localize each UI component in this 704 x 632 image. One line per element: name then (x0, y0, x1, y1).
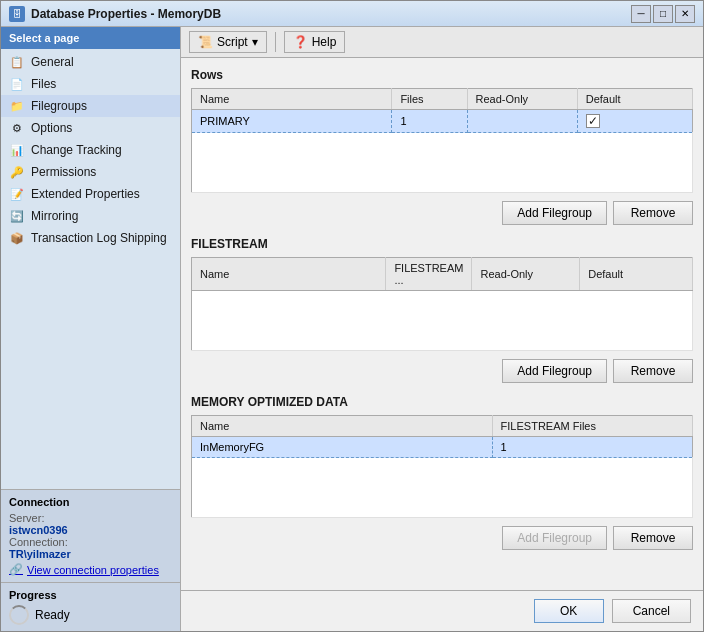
script-button[interactable]: 📜 Script ▾ (189, 31, 267, 53)
sidebar-item-extended-properties[interactable]: 📝 Extended Properties (1, 183, 180, 205)
filestream-btn-row: Add Filegroup Remove (191, 359, 693, 383)
memory-remove-button[interactable]: Remove (613, 526, 693, 550)
mem-files-cell: 1 (492, 437, 692, 458)
table-row[interactable]: PRIMARY 1 ✓ (192, 110, 693, 133)
sidebar-item-extended-properties-label: Extended Properties (31, 187, 140, 201)
help-button[interactable]: ❓ Help (284, 31, 346, 53)
memory-add-filegroup-button[interactable]: Add Filegroup (502, 526, 607, 550)
rows-col-readonly: Read-Only (467, 89, 577, 110)
fs-col-readonly: Read-Only (472, 258, 580, 291)
sidebar-header: Select a page (1, 27, 180, 49)
footer: OK Cancel (181, 590, 703, 631)
sidebar-item-mirroring-label: Mirroring (31, 209, 78, 223)
row-default-cell: ✓ (577, 110, 692, 133)
progress-status: Ready (35, 608, 70, 622)
sidebar-item-options-label: Options (31, 121, 72, 135)
right-panel: 📜 Script ▾ ❓ Help Rows Name (181, 27, 703, 631)
script-icon: 📜 (198, 35, 213, 49)
row-readonly-cell (467, 110, 577, 133)
rows-empty-row (192, 133, 693, 193)
toolbar-separator (275, 32, 276, 52)
sidebar-item-permissions[interactable]: 🔑 Permissions (1, 161, 180, 183)
sidebar-item-change-tracking[interactable]: 📊 Change Tracking (1, 139, 180, 161)
fs-col-filestream: FILESTREAM ... (386, 258, 472, 291)
connection-link-text: View connection properties (27, 564, 159, 576)
help-label: Help (312, 35, 337, 49)
help-icon: ❓ (293, 35, 308, 49)
title-controls: ─ □ ✕ (631, 5, 695, 23)
mem-col-name: Name (192, 416, 493, 437)
rows-section-title: Rows (191, 68, 693, 82)
filestream-table: Name FILESTREAM ... Read-Only Default (191, 257, 693, 351)
memory-table: Name FILESTREAM Files InMemoryFG 1 (191, 415, 693, 518)
progress-row: Ready (9, 605, 172, 625)
transaction-log-shipping-icon: 📦 (9, 230, 25, 246)
table-row[interactable]: InMemoryFG 1 (192, 437, 693, 458)
server-label: Server: (9, 512, 172, 524)
files-icon: 📄 (9, 76, 25, 92)
sidebar-item-options[interactable]: ⚙ Options (1, 117, 180, 139)
sidebar-item-files-label: Files (31, 77, 56, 91)
progress-header: Progress (9, 589, 172, 601)
sidebar-item-filegroups[interactable]: 📁 Filegroups (1, 95, 180, 117)
default-checkbox[interactable]: ✓ (586, 114, 600, 128)
sidebar-item-change-tracking-label: Change Tracking (31, 143, 122, 157)
fs-col-name: Name (192, 258, 386, 291)
sidebar-item-permissions-label: Permissions (31, 165, 96, 179)
mem-col-files: FILESTREAM Files (492, 416, 692, 437)
connection-label: Connection: (9, 536, 172, 548)
connection-value: TR\yilmazer (9, 548, 172, 560)
general-icon: 📋 (9, 54, 25, 70)
sidebar-item-filegroups-label: Filegroups (31, 99, 87, 113)
toolbar: 📜 Script ▾ ❓ Help (181, 27, 703, 58)
script-dropdown-icon: ▾ (252, 35, 258, 49)
rows-table: Name Files Read-Only Default PRIMARY 1 (191, 88, 693, 193)
row-name-cell: PRIMARY (192, 110, 392, 133)
sidebar-item-general[interactable]: 📋 General (1, 51, 180, 73)
filestream-section-title: FILESTREAM (191, 237, 693, 251)
filestream-add-filegroup-button[interactable]: Add Filegroup (502, 359, 607, 383)
close-button[interactable]: ✕ (675, 5, 695, 23)
sidebar-item-mirroring[interactable]: 🔄 Mirroring (1, 205, 180, 227)
connection-link-icon: 🔗 (9, 563, 23, 576)
filestream-empty-row (192, 291, 693, 351)
server-value: istwcn0396 (9, 524, 172, 536)
options-icon: ⚙ (9, 120, 25, 136)
maximize-button[interactable]: □ (653, 5, 673, 23)
title-bar: 🗄 Database Properties - MemoryDB ─ □ ✕ (1, 1, 703, 27)
script-label: Script (217, 35, 248, 49)
progress-section: Progress Ready (1, 582, 180, 631)
filestream-remove-button[interactable]: Remove (613, 359, 693, 383)
connection-section: Connection Server: istwcn0396 Connection… (1, 489, 180, 582)
cancel-button[interactable]: Cancel (612, 599, 691, 623)
rows-remove-button[interactable]: Remove (613, 201, 693, 225)
panel-body: Rows Name Files Read-Only Default PRIMAR… (181, 58, 703, 590)
memory-section-title: MEMORY OPTIMIZED DATA (191, 395, 693, 409)
sidebar-item-general-label: General (31, 55, 74, 69)
memory-empty-row (192, 458, 693, 518)
rows-col-files: Files (392, 89, 467, 110)
change-tracking-icon: 📊 (9, 142, 25, 158)
extended-properties-icon: 📝 (9, 186, 25, 202)
rows-add-filegroup-button[interactable]: Add Filegroup (502, 201, 607, 225)
permissions-icon: 🔑 (9, 164, 25, 180)
sidebar-items: 📋 General 📄 Files 📁 Filegroups ⚙ Options… (1, 49, 180, 489)
window-icon: 🗄 (9, 6, 25, 22)
mirroring-icon: 🔄 (9, 208, 25, 224)
minimize-button[interactable]: ─ (631, 5, 651, 23)
ok-button[interactable]: OK (534, 599, 604, 623)
rows-col-default: Default (577, 89, 692, 110)
memory-btn-row: Add Filegroup Remove (191, 526, 693, 550)
view-connection-properties-link[interactable]: 🔗 View connection properties (9, 563, 172, 576)
main-content: Select a page 📋 General 📄 Files 📁 Filegr… (1, 27, 703, 631)
filegroups-icon: 📁 (9, 98, 25, 114)
progress-spinner (9, 605, 29, 625)
sidebar-item-transaction-log-shipping[interactable]: 📦 Transaction Log Shipping (1, 227, 180, 249)
fs-col-default: Default (580, 258, 693, 291)
sidebar-item-files[interactable]: 📄 Files (1, 73, 180, 95)
rows-btn-row: Add Filegroup Remove (191, 201, 693, 225)
row-files-cell: 1 (392, 110, 467, 133)
sidebar-item-transaction-log-label: Transaction Log Shipping (31, 231, 167, 245)
mem-name-cell: InMemoryFG (192, 437, 493, 458)
rows-col-name: Name (192, 89, 392, 110)
